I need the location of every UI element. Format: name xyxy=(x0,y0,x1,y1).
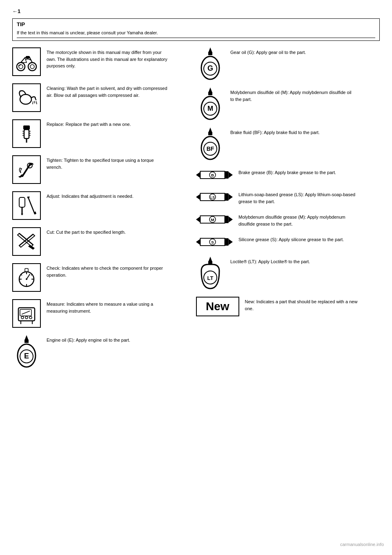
tip-divider xyxy=(17,38,375,38)
plug-svg xyxy=(15,122,38,145)
svg-point-31 xyxy=(26,278,27,280)
brake-fluid-icon: BF xyxy=(196,128,225,160)
list-item: M Molybdenum disulfide grease (M): Apply… xyxy=(196,212,380,227)
wrench-icon xyxy=(12,155,41,184)
plug-desc: Replace: Replace the part with a new one… xyxy=(47,119,131,128)
svg-rect-80 xyxy=(225,216,229,223)
svg-marker-79 xyxy=(229,217,233,223)
svg-rect-49 xyxy=(208,52,212,55)
tip-text: If the text in this manual is unclear, p… xyxy=(17,30,158,35)
list-item: LS Lithium-soap-based grease (LS): Apply… xyxy=(196,190,380,205)
list-item: S Silicone grease (S): Apply silicone gr… xyxy=(196,235,380,249)
list-item: The motorcycle shown in this manual may … xyxy=(12,47,196,76)
lithium-grease-icon: LS xyxy=(196,190,233,204)
tip-label: TIP xyxy=(17,21,375,27)
screwdriver-desc: Adjust: Indicates that adjustment is nee… xyxy=(47,191,134,200)
svg-line-24 xyxy=(19,234,33,246)
engine-oil-icon: E xyxy=(12,335,41,368)
brake-fluid-desc: Brake fluid (BF): Apply brake fluid to t… xyxy=(230,128,320,136)
watermark: carmanualsonline.info xyxy=(340,542,384,547)
scissors-desc: Cut: Cut the part to the specified lengt… xyxy=(47,227,126,236)
svg-rect-10 xyxy=(23,125,30,130)
molybdenum-grease-icon: M xyxy=(196,212,233,227)
svg-point-3 xyxy=(30,65,34,69)
svg-marker-67 xyxy=(229,172,233,178)
list-item: BF Brake fluid (BF): Apply brake fluid t… xyxy=(196,128,380,160)
right-column: G Gear oil (G): Apply gear oil to the pa… xyxy=(196,47,380,375)
list-item: Measure: Indicates where to measure a va… xyxy=(12,299,196,328)
page-container: ←1 TIP If the text in this manual is unc… xyxy=(0,0,392,555)
watering-can-svg xyxy=(15,86,38,109)
svg-point-39 xyxy=(25,316,28,319)
loctite-desc: Loctite® (LT): Apply Loctite® to the par… xyxy=(230,257,310,265)
scissors-svg xyxy=(15,230,38,253)
silicone-grease-icon: S xyxy=(196,235,233,249)
screwdriver-icon xyxy=(12,191,41,220)
lithium-grease-svg: LS xyxy=(196,189,233,205)
icons-section: The motorcycle shown in this manual may … xyxy=(12,47,380,375)
gauge-icon xyxy=(12,263,41,292)
svg-line-8 xyxy=(33,101,33,104)
page-number: ←1 xyxy=(12,8,380,14)
svg-text:G: G xyxy=(207,64,213,72)
svg-rect-20 xyxy=(19,197,25,207)
svg-marker-85 xyxy=(229,239,233,245)
left-column: The motorcycle shown in this manual may … xyxy=(12,47,196,375)
brake-grease-desc: Brake grease (B): Apply brake grease to … xyxy=(238,168,336,176)
engine-oil-desc: Engine oil (E): Apply engine oil to the … xyxy=(47,335,130,344)
svg-line-6 xyxy=(36,99,36,100)
cleaning-icon xyxy=(12,83,41,112)
voltmeter-icon xyxy=(12,299,41,328)
svg-rect-4 xyxy=(26,56,30,58)
svg-rect-74 xyxy=(225,193,229,201)
molybdenum-grease-desc: Molybdenum disulfide grease (M): Apply m… xyxy=(238,212,361,227)
svg-text:LT: LT xyxy=(207,275,214,281)
gear-oil-icon: G xyxy=(196,47,225,80)
list-item: Tighten: Tighten to the specified torque… xyxy=(12,155,196,184)
list-item: G Gear oil (G): Apply gear oil to the pa… xyxy=(196,47,380,80)
list-item: E Engine oil (E): Apply engine oil to th… xyxy=(12,335,196,368)
molybdenum-oil-icon: M xyxy=(196,87,225,120)
svg-text:S: S xyxy=(211,240,214,244)
lithium-grease-desc: Lithium-soap-based grease (LS): Apply li… xyxy=(238,190,361,205)
molybdenum-oil-desc: Molybdenum disulfide oil (M): Apply moly… xyxy=(230,87,353,103)
svg-point-38 xyxy=(21,316,24,319)
loctite-svg: LT xyxy=(196,255,225,291)
plug-icon xyxy=(12,119,41,148)
new-badge-desc: New: Indicates a part that should be rep… xyxy=(245,297,368,312)
wrench-desc: Tighten: Tighten to the specified torque… xyxy=(47,155,169,170)
svg-text:LS: LS xyxy=(210,196,215,199)
svg-marker-69 xyxy=(196,194,200,200)
svg-point-40 xyxy=(29,316,32,319)
svg-text:B: B xyxy=(211,173,214,177)
cleaning-desc: Cleaning: Wash the part in solvent, and … xyxy=(47,83,169,98)
list-item: B Brake grease (B): Apply brake grease t… xyxy=(196,168,380,182)
gear-oil-desc: Gear oil (G): Apply gear oil to the part… xyxy=(230,47,306,56)
wrench-svg xyxy=(15,158,38,181)
loctite-icon: LT xyxy=(196,257,225,289)
new-badge-wrap: New xyxy=(196,297,239,316)
motorcycle-desc: The motorcycle shown in this manual may … xyxy=(47,47,169,69)
list-item: Check: Indicates where to check the comp… xyxy=(12,263,196,292)
svg-text:E: E xyxy=(24,352,29,360)
list-item: Cleaning: Wash the part in solvent, and … xyxy=(12,83,196,112)
voltmeter-desc: Measure: Indicates where to measure a va… xyxy=(47,299,169,314)
svg-text:M: M xyxy=(211,217,214,222)
svg-text:M: M xyxy=(207,105,213,112)
motorcycle-svg xyxy=(15,50,38,73)
molybdenum-grease-svg: M xyxy=(196,211,233,228)
svg-marker-81 xyxy=(196,239,200,245)
svg-marker-75 xyxy=(196,217,200,223)
svg-point-5 xyxy=(20,94,31,104)
svg-rect-44 xyxy=(24,340,29,343)
svg-line-30 xyxy=(27,274,30,279)
gear-oil-svg: G xyxy=(196,45,225,82)
screwdriver-svg xyxy=(15,194,38,217)
molybdenum-oil-svg: M xyxy=(196,85,225,122)
silicone-grease-desc: Silicone grease (S): Apply silicone grea… xyxy=(238,235,344,243)
list-item: Replace: Replace the part with a new one… xyxy=(12,119,196,148)
new-badge-text: New xyxy=(206,300,229,313)
svg-line-9 xyxy=(36,101,37,104)
svg-rect-68 xyxy=(225,171,229,179)
new-badge: New xyxy=(196,297,239,316)
